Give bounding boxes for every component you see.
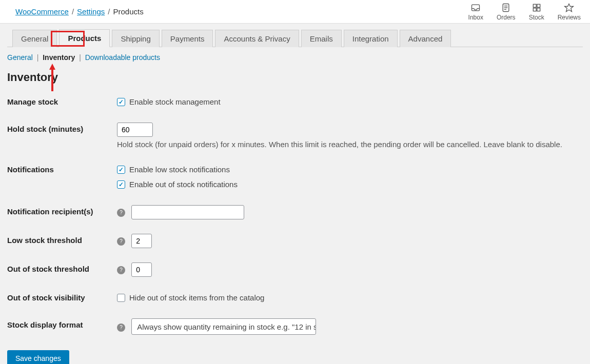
breadcrumb-mid[interactable]: Settings [77,7,105,16]
checkbox-out-of-stock[interactable] [117,180,125,189]
page-title: Inventory [7,71,583,84]
orders-icon [501,3,511,13]
tab-general[interactable]: General [12,30,57,47]
help-icon[interactable]: ? [117,266,125,274]
breadcrumb-sep: / [108,7,110,16]
stock-label: Stock [529,14,544,21]
subnav-sep: | [37,53,39,62]
settings-tabs: General Products Shipping Payments Accou… [7,29,583,47]
svg-rect-8 [533,8,536,11]
tab-advanced[interactable]: Advanced [400,30,451,47]
select-display-format[interactable]: Always show quantity remaining in stock … [131,318,316,335]
select-display-format-value: Always show quantity remaining in stock … [137,322,316,331]
svg-rect-6 [533,4,536,7]
label-notifications: Notifications [7,163,115,191]
checkbox-enable-stock-label: Enable stock management [129,97,221,106]
subnav-inventory[interactable]: Inventory [43,53,75,62]
checkbox-out-of-stock-label: Enable out of stock notifications [129,180,238,189]
svg-rect-7 [537,4,540,7]
subnav-general[interactable]: General [7,53,33,62]
top-icon-bar: Inbox Orders Stock Reviews [468,3,581,21]
subnav-downloadable[interactable]: Downloadable products [85,53,160,62]
reviews-label: Reviews [558,14,581,21]
breadcrumb-current: Products [113,7,143,16]
input-out-threshold[interactable] [131,262,152,277]
label-manage-stock: Manage stock [7,95,115,108]
tab-products[interactable]: Products [59,29,110,47]
products-subnav: General | Inventory | Downloadable produ… [7,53,583,62]
stock-icon [532,3,542,13]
svg-rect-9 [537,8,540,11]
tab-accounts[interactable]: Accounts & Privacy [215,30,299,47]
input-hold-stock[interactable] [117,123,153,137]
tab-emails[interactable]: Emails [301,30,342,47]
checkbox-hide-oos-label: Hide out of stock items from the catalog [129,293,264,302]
input-recipients[interactable] [131,205,244,219]
orders-label: Orders [497,14,516,21]
breadcrumb: WooCommerce / Settings / Products [15,7,144,16]
label-visibility: Out of stock visibility [7,291,115,304]
checkbox-low-stock[interactable] [117,166,125,174]
tab-integration[interactable]: Integration [344,30,398,47]
tab-shipping[interactable]: Shipping [112,30,159,47]
help-icon[interactable]: ? [117,323,125,332]
breadcrumb-sep: / [72,7,74,16]
tab-payments[interactable]: Payments [162,30,213,47]
breadcrumb-root[interactable]: WooCommerce [15,7,69,16]
top-bar: WooCommerce / Settings / Products Inbox … [0,0,590,24]
help-icon[interactable]: ? [117,237,125,246]
inbox-label: Inbox [468,14,483,21]
label-recipients: Notification recipient(s) [7,205,115,219]
help-icon[interactable]: ? [117,209,125,217]
input-low-threshold[interactable] [131,234,152,248]
reviews-button[interactable]: Reviews [558,3,581,21]
star-icon [564,3,574,13]
checkbox-enable-stock[interactable] [117,98,125,106]
inbox-button[interactable]: Inbox [468,3,483,21]
label-display-format: Stock display format [7,318,115,335]
orders-button[interactable]: Orders [497,3,516,21]
subnav-sep: | [79,53,81,62]
desc-hold-stock: Hold stock (for unpaid orders) for x min… [117,140,583,149]
checkbox-hide-oos[interactable] [117,294,125,302]
label-low-threshold: Low stock threshold [7,234,115,248]
inbox-icon [470,3,481,13]
save-button[interactable]: Save changes [7,350,69,364]
checkbox-low-stock-label: Enable low stock notifications [129,165,230,174]
label-hold-stock: Hold stock (minutes) [7,123,115,149]
label-out-threshold: Out of stock threshold [7,262,115,277]
stock-button[interactable]: Stock [529,3,544,21]
svg-marker-10 [565,4,574,11]
